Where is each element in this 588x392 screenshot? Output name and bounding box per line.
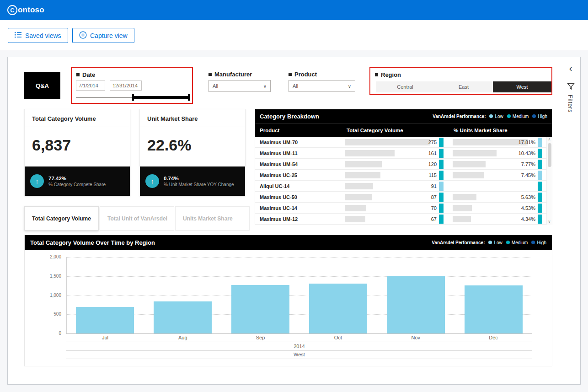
table-cell: 87 [345, 193, 444, 202]
performance-indicator-icon [439, 215, 444, 224]
filter-funnel-icon[interactable] [565, 83, 577, 92]
legend-label: VanArsdel Performance: [432, 240, 485, 245]
table-cell: 7.45% [453, 171, 542, 180]
performance-indicator-icon [439, 138, 444, 147]
qna-button[interactable]: Q&A [24, 72, 60, 99]
scroll-down-icon[interactable]: ∨ [547, 219, 552, 225]
cell-value: 17.81% [519, 138, 535, 147]
x-axis-year-label: 2014 [66, 344, 532, 351]
table-row[interactable]: Maximus UM-7027517.81% [255, 137, 552, 148]
date-slider-handle-right[interactable] [188, 94, 190, 101]
legend-dot-icon [506, 241, 510, 244]
product-name: Maximus UM-12 [260, 214, 298, 225]
cell-value: 120 [428, 160, 437, 169]
chevron-down-icon: ∨ [348, 84, 351, 89]
data-bar [453, 172, 484, 178]
manufacturer-dropdown[interactable]: All ∨ [208, 80, 271, 92]
table-cell: 91 [345, 182, 444, 191]
saved-views-label: Saved views [25, 32, 61, 39]
table-cell [453, 182, 542, 191]
date-slider-range[interactable] [133, 96, 189, 99]
table-row[interactable]: Maximus UC-14704.53% [255, 203, 552, 214]
date-slicer-title: Date [76, 71, 95, 78]
region-option-west[interactable]: West [493, 81, 551, 92]
data-bar [345, 205, 366, 211]
date-slider-handle-left[interactable] [132, 94, 134, 101]
manufacturer-value: All [213, 83, 218, 89]
kpi-delta: 0.74% [164, 176, 234, 181]
circle-plus-icon [79, 31, 87, 40]
x-tick-label: Dec [454, 335, 532, 340]
legend-item: Medium [506, 240, 528, 245]
scrollbar-thumb[interactable] [548, 143, 551, 167]
tab-total-category-volume[interactable]: Total Category Volume [24, 206, 99, 231]
table-row[interactable]: Maximus UC-50875.63% [255, 192, 552, 203]
x-axis-region-label: West [66, 352, 532, 359]
region-option-central[interactable]: Central [376, 81, 434, 92]
column-header-product[interactable]: Product [260, 124, 279, 137]
bar[interactable] [387, 276, 445, 333]
tab-total-unit-of-vanarsdel[interactable]: Total Unit of VanArsdel [100, 206, 174, 231]
y-tick-label: 0 [25, 331, 61, 336]
x-tick-label: Aug [144, 335, 222, 340]
cell-value: 7.45% [521, 171, 535, 180]
legend-item: High [532, 114, 547, 119]
legend-dot-icon [532, 114, 536, 118]
table-row[interactable]: Aliqui UC-1491 [255, 181, 552, 192]
contoso-logo[interactable]: Contoso [7, 5, 44, 15]
table-row[interactable]: Maximus UM-1116110.43% [255, 148, 552, 159]
bar[interactable] [231, 285, 289, 333]
performance-indicator-icon [439, 160, 444, 169]
kpi-title: Total Category Volume [25, 109, 130, 127]
region-option-east[interactable]: East [434, 81, 493, 92]
tab-units-market-share[interactable]: Units Market Share [175, 206, 250, 231]
kpi-title: Unit Market Share [140, 109, 245, 127]
capture-view-button[interactable]: Capture view [72, 28, 134, 43]
cell-value: 10.43% [519, 149, 535, 158]
scroll-up-icon[interactable]: ∧ [547, 137, 552, 142]
product-dropdown[interactable]: All ∨ [289, 80, 355, 92]
kpi-footer: ↑ 0.74% % Unit Market Share YOY Change [140, 166, 245, 196]
cell-value: 91 [431, 182, 437, 191]
square-bullet-icon [289, 73, 292, 76]
expand-filters-chevron-icon[interactable]: ‹ [565, 64, 577, 73]
data-bar [453, 194, 476, 200]
saved-views-button[interactable]: Saved views [8, 28, 68, 43]
table-row[interactable]: Maximus UM-12674.34% [255, 214, 552, 225]
performance-indicator-icon [439, 204, 444, 213]
table-cell: 275 [345, 138, 444, 147]
data-bar [345, 216, 365, 222]
table-row[interactable]: Maximus UC-251157.45% [255, 170, 552, 181]
date-end-input[interactable] [110, 81, 142, 91]
chart-title: Total Category Volume Over Time by Regio… [30, 239, 155, 246]
performance-indicator-icon [538, 138, 542, 147]
volume-over-time-chart: Total Category Volume Over Time by Regio… [24, 235, 552, 366]
x-tick-label: Oct [299, 335, 377, 340]
bar[interactable] [465, 285, 523, 333]
product-slicer-title: Product [289, 71, 317, 78]
date-start-input[interactable] [76, 81, 105, 91]
x-tick-label: Sep [222, 335, 299, 340]
cell-value: 87 [431, 193, 437, 202]
product-name: Maximus UC-14 [260, 203, 297, 214]
filters-pane-label[interactable]: Filters [567, 95, 574, 113]
performance-indicator-icon [439, 193, 444, 202]
table-row[interactable]: Maximus UM-541207.77% [255, 159, 552, 170]
bar[interactable] [154, 301, 212, 333]
category-breakdown-table: Category Breakdown VanArsdel Performance… [255, 109, 552, 225]
bar-series [66, 257, 532, 333]
performance-indicator-icon [439, 182, 444, 191]
x-tick-label: Jul [66, 335, 144, 340]
cell-value: 275 [428, 138, 437, 147]
kpi-delta-label: % Unit Market Share YOY Change [164, 182, 234, 187]
table-scrollbar[interactable]: ∧ ∨ [546, 137, 552, 225]
performance-indicator-icon [538, 149, 542, 158]
region-slicer-title: Region [375, 71, 401, 78]
column-header-volume[interactable]: Total Category Volume [347, 124, 403, 137]
column-header-share[interactable]: % Units Market Share [454, 124, 508, 137]
kpi-value: 22.6% [140, 127, 245, 163]
table-cell: 115 [345, 171, 444, 180]
performance-indicator-icon [538, 193, 542, 202]
bar[interactable] [76, 307, 134, 333]
bar[interactable] [309, 284, 367, 333]
